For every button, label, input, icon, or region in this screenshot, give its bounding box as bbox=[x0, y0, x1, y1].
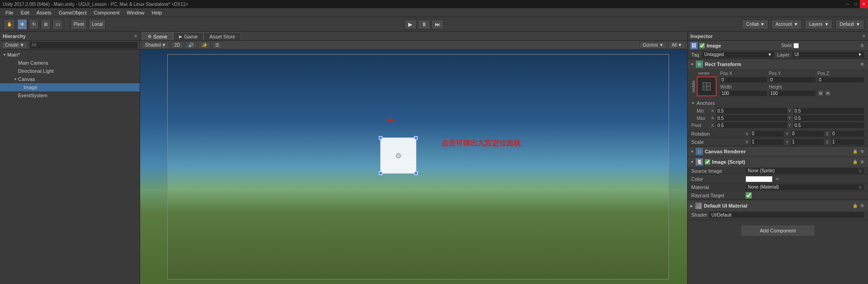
rect-tool-button[interactable]: ▭ bbox=[52, 19, 63, 30]
add-component-button[interactable]: Add Component bbox=[741, 226, 815, 236]
image-script-enabled[interactable] bbox=[705, 159, 710, 165]
handle-bl[interactable] bbox=[379, 171, 382, 175]
menu-assets[interactable]: Assets bbox=[33, 8, 55, 17]
shader-field[interactable]: UI/Default bbox=[709, 212, 864, 218]
canvas-renderer-settings-icon[interactable]: ⚙ bbox=[859, 148, 865, 155]
tab-asset-store[interactable]: Asset Store bbox=[203, 32, 241, 40]
color-picker-icon[interactable]: ✏ bbox=[774, 176, 781, 182]
menu-help[interactable]: Help bbox=[148, 8, 165, 17]
hand-tool-button[interactable]: ✋ bbox=[4, 19, 15, 30]
pivot-toggle[interactable]: Pivot bbox=[71, 19, 87, 30]
source-image-field[interactable]: None (Sprite) ⊙ bbox=[745, 168, 864, 174]
anchor-visual-box[interactable] bbox=[697, 76, 717, 96]
layer-dropdown[interactable]: UI ▼ bbox=[792, 52, 864, 58]
hierarchy-item-main[interactable]: ▼ Main* bbox=[0, 51, 140, 59]
pivot-y-field[interactable]: 0.5 bbox=[793, 122, 865, 128]
scale-z-prefix: Z bbox=[826, 140, 830, 144]
pos-z-field[interactable]: 0 bbox=[817, 77, 864, 83]
tab-scene[interactable]: ⚙ Scene bbox=[142, 32, 173, 40]
pos-y-field[interactable]: 0 bbox=[769, 77, 816, 83]
min-x-field[interactable]: 0.5 bbox=[716, 108, 788, 114]
layers-button[interactable]: Layers ▼ bbox=[805, 19, 833, 29]
pos-x-field[interactable]: 0 bbox=[720, 77, 767, 83]
search-all-dropdown[interactable]: All ▼ bbox=[669, 42, 685, 49]
max-y-field[interactable]: 0.5 bbox=[793, 115, 865, 121]
canvas-renderer-header[interactable]: ▼ ◻ Canvas Renderer 🔒 ⚙ bbox=[688, 147, 868, 156]
hierarchy-item-dir-light[interactable]: Directional Light bbox=[0, 67, 140, 75]
rect-transform-settings-icon[interactable]: ⚙ bbox=[859, 61, 865, 67]
effects-toggle[interactable]: ✨ bbox=[198, 42, 210, 49]
anchors-row-header[interactable]: ▼ Anchors bbox=[691, 99, 864, 107]
pivot-x-field[interactable]: 0.5 bbox=[716, 122, 788, 128]
menu-gameobject[interactable]: GameObject bbox=[55, 8, 90, 17]
hierarchy-item-canvas[interactable]: ▼ Canvas bbox=[0, 75, 140, 83]
material-settings-icon[interactable]: ⚙ bbox=[859, 203, 865, 209]
game-tab-icon: ▶ bbox=[179, 34, 182, 39]
collab-button[interactable]: Collab ▼ bbox=[742, 19, 769, 29]
scale-tool-button[interactable]: ⊞ bbox=[41, 19, 51, 30]
handle-br[interactable] bbox=[414, 171, 418, 175]
image-script-lock-icon[interactable]: 🔒 bbox=[852, 159, 858, 165]
material-lock-icon[interactable]: 🔒 bbox=[852, 203, 858, 209]
min-y-field[interactable]: 0.5 bbox=[793, 108, 865, 114]
local-toggle[interactable]: Local bbox=[89, 19, 106, 30]
scale-x-field[interactable]: 1 bbox=[750, 139, 784, 145]
minimize-button[interactable]: ─ bbox=[844, 0, 852, 8]
maximize-button[interactable]: □ bbox=[852, 0, 860, 8]
expand-wh-icon[interactable]: ⊟ bbox=[817, 90, 824, 96]
hierarchy-item-image[interactable]: Image bbox=[0, 83, 140, 91]
reset-wh-icon[interactable]: R bbox=[825, 90, 831, 96]
raycast-checkbox[interactable] bbox=[745, 192, 752, 199]
rot-x-field[interactable]: 0 bbox=[750, 131, 784, 137]
canvas-object[interactable]: ⚙ bbox=[380, 137, 416, 174]
source-image-select-icon: ⊙ bbox=[859, 169, 862, 173]
menu-window[interactable]: Window bbox=[123, 8, 148, 17]
default-layout-button[interactable]: Default ▼ bbox=[835, 19, 864, 29]
close-button[interactable]: ✕ bbox=[860, 0, 868, 8]
menu-file[interactable]: File bbox=[2, 8, 17, 17]
2d-toggle[interactable]: 2D bbox=[171, 42, 183, 49]
handle-tr[interactable] bbox=[414, 136, 418, 140]
max-x-field[interactable]: 0.5 bbox=[716, 115, 788, 121]
height-field[interactable]: 100 bbox=[769, 90, 816, 96]
rect-transform-header[interactable]: ▼ ⊞ Rect Transform ⚙ bbox=[688, 59, 868, 69]
canvas-renderer-lock-icon[interactable]: 🔒 bbox=[852, 148, 858, 155]
scale-y-field[interactable]: 1 bbox=[791, 139, 824, 145]
menu-edit[interactable]: Edit bbox=[17, 8, 33, 17]
shading-dropdown[interactable]: Shaded ▼ bbox=[142, 42, 169, 49]
hierarchy-item-main-camera[interactable]: Main Camera bbox=[0, 59, 140, 67]
hierarchy-search-input[interactable] bbox=[29, 42, 138, 49]
canvas-renderer-section: ▼ ◻ Canvas Renderer 🔒 ⚙ bbox=[688, 147, 868, 157]
account-button[interactable]: Account ▼ bbox=[771, 19, 802, 29]
color-swatch[interactable] bbox=[745, 176, 773, 182]
material-section-header[interactable]: ▶ Default UI Material 🔒 ⚙ bbox=[688, 201, 868, 211]
rot-z-field[interactable]: 0 bbox=[831, 131, 864, 137]
material-field[interactable]: None (Material) ⊙ bbox=[745, 184, 864, 190]
hierarchy-item-eventsystem[interactable]: EventSystem bbox=[0, 91, 140, 99]
pause-button[interactable]: ⏸ bbox=[418, 19, 430, 29]
move-tool-button[interactable]: ✥ bbox=[17, 19, 27, 30]
audio-toggle[interactable]: 🔊 bbox=[185, 42, 197, 49]
hierarchy-create-button[interactable]: Create ▼ bbox=[2, 42, 28, 49]
gizmos-dropdown[interactable]: Gizmos ▼ bbox=[639, 42, 667, 49]
scale-z-field[interactable]: 1 bbox=[831, 139, 864, 145]
image-component-header[interactable]: 🖼 Image Static ⚙ bbox=[688, 41, 868, 51]
tab-game[interactable]: ▶ Game bbox=[173, 32, 203, 40]
account-label: Account bbox=[775, 22, 792, 27]
shading-arrow-icon: ▼ bbox=[161, 43, 166, 47]
handle-tl[interactable] bbox=[379, 136, 382, 140]
rot-y-field[interactable]: 0 bbox=[791, 131, 824, 137]
play-button[interactable]: ▶ bbox=[404, 19, 417, 29]
image-script-header[interactable]: ▼ 📜 Image (Script) 🔒 ⚙ bbox=[688, 157, 868, 167]
rotate-tool-button[interactable]: ↻ bbox=[29, 19, 39, 30]
image-script-settings-icon[interactable]: ⚙ bbox=[859, 159, 865, 165]
rect-transform-options: ⚙ bbox=[859, 61, 865, 67]
width-field[interactable]: 100 bbox=[720, 90, 767, 96]
tag-dropdown[interactable]: Untagged ▼ bbox=[702, 52, 774, 58]
menu-component[interactable]: Component bbox=[90, 8, 123, 17]
static-checkbox[interactable] bbox=[793, 43, 799, 48]
step-button[interactable]: ⏭ bbox=[431, 19, 444, 29]
image-enabled-checkbox[interactable] bbox=[699, 43, 705, 48]
layers-toggle[interactable]: ☰ bbox=[212, 42, 222, 49]
image-settings-icon[interactable]: ⚙ bbox=[859, 43, 865, 49]
